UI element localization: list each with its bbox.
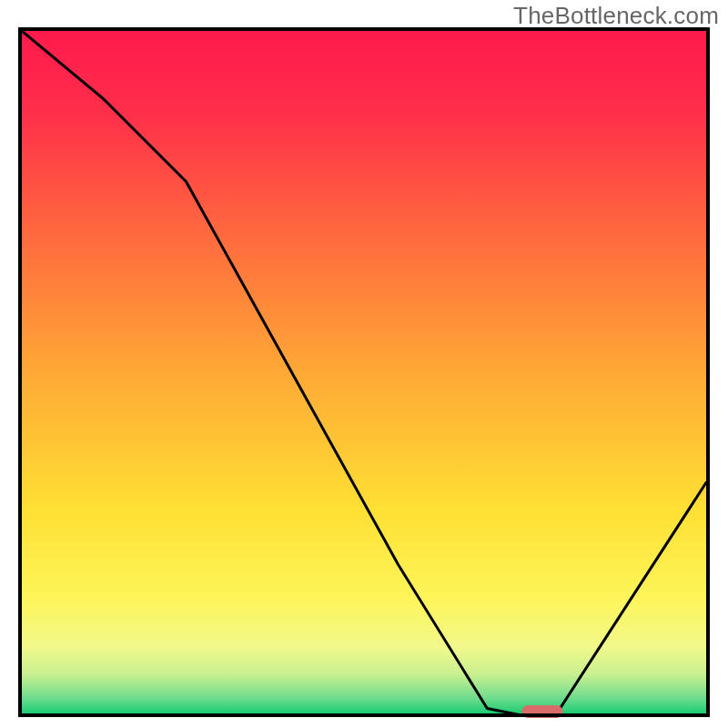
plot-svg [22,31,706,715]
chart-frame: TheBottleneck.com [0,0,728,728]
plot-area [22,31,706,715]
gradient-background [22,31,706,715]
watermark-text: TheBottleneck.com [513,2,719,30]
baseline [18,713,710,717]
